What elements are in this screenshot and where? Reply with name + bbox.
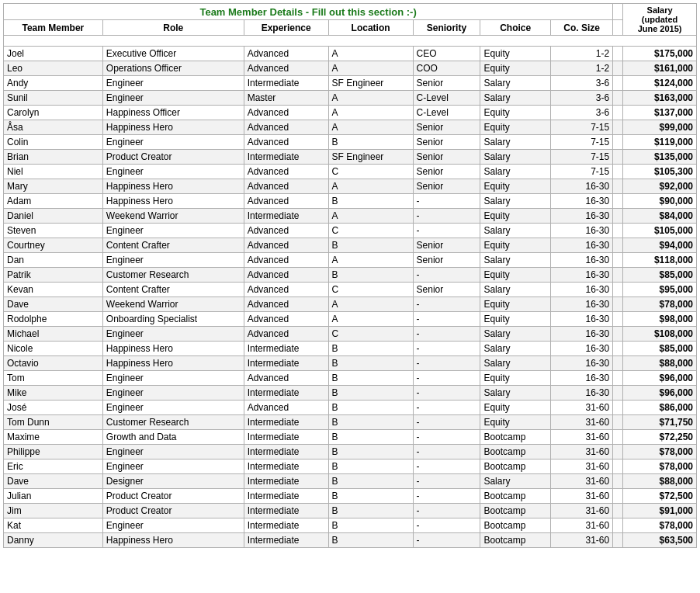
cell-0: Leo (4, 61, 103, 76)
empty-header-1 (613, 4, 623, 20)
cell-4: - (413, 312, 480, 327)
table-row: CourtneyContent CrafterAdvancedBSeniorEq… (4, 238, 697, 253)
cell-7 (613, 194, 623, 209)
cell-0: Brian (4, 150, 103, 165)
cell-1: Weekend Warrior (102, 297, 244, 312)
cell-8: $84,000 (623, 209, 697, 224)
cell-1: Happiness Hero (102, 533, 244, 548)
cell-2: Intermediate (244, 342, 328, 356)
cell-4: - (413, 415, 480, 430)
cell-0: Nicole (4, 342, 103, 356)
cell-7 (613, 459, 623, 474)
cell-3: B (328, 268, 413, 283)
cell-3: B (328, 518, 413, 533)
cell-4: - (413, 474, 480, 489)
cell-2: Intermediate (244, 415, 328, 430)
cell-0: José (4, 401, 103, 415)
cell-0: Tom (4, 371, 103, 386)
table-row: MaryHappiness HeroAdvancedASeniorEquity1… (4, 179, 697, 194)
cell-5: Bootcamp (480, 489, 551, 504)
cell-8: $98,000 (623, 312, 697, 327)
cell-8: $96,000 (623, 371, 697, 386)
cell-2: Advanced (244, 401, 328, 415)
cell-3: B (328, 415, 413, 430)
cell-1: Customer Research (102, 268, 244, 283)
cell-7 (613, 518, 623, 533)
cell-3: B (328, 194, 413, 209)
cell-7 (613, 327, 623, 342)
cell-0: Julian (4, 489, 103, 504)
cell-1: Engineer (102, 224, 244, 238)
cell-4: - (413, 401, 480, 415)
cell-7 (613, 504, 623, 518)
table-row: PhilippeEngineerIntermediateB-Bootcamp31… (4, 445, 697, 459)
table-row: Tom DunnCustomer ResearchIntermediateB-E… (4, 415, 697, 430)
cell-2: Advanced (244, 106, 328, 120)
cell-5: Equity (480, 371, 551, 386)
table-row: SunilEngineerMasterAC-LevelSalary3-6$163… (4, 91, 697, 106)
cell-8: $124,000 (623, 76, 697, 91)
cell-3: B (328, 430, 413, 445)
cell-5: Salary (480, 474, 551, 489)
cell-6: 31-60 (551, 518, 613, 533)
table-row: MikeEngineerIntermediateB-Salary16-30$96… (4, 386, 697, 401)
cell-2: Advanced (244, 238, 328, 253)
table-row: NielEngineerAdvancedCSeniorSalary7-15$10… (4, 165, 697, 179)
cell-4: - (413, 327, 480, 342)
cell-6: 3-6 (551, 76, 613, 91)
cell-1: Engineer (102, 445, 244, 459)
cell-7 (613, 209, 623, 224)
cell-3: A (328, 120, 413, 135)
cell-3: A (328, 253, 413, 268)
cell-8: $108,000 (623, 327, 697, 342)
col-role: Role (102, 20, 244, 36)
cell-6: 31-60 (551, 430, 613, 445)
cell-2: Advanced (244, 120, 328, 135)
cell-8: $99,000 (623, 120, 697, 135)
cell-5: Equity (480, 47, 551, 61)
cell-0: Mary (4, 179, 103, 194)
cell-0: Philippe (4, 445, 103, 459)
cell-8: $175,000 (623, 47, 697, 61)
cell-7 (613, 445, 623, 459)
cell-6: 16-30 (551, 356, 613, 371)
table-row: DaveDesignerIntermediateB-Salary31-60$88… (4, 474, 697, 489)
cell-0: Adam (4, 194, 103, 209)
table-row: TomEngineerAdvancedB-Equity16-30$96,000 (4, 371, 697, 386)
table-row: LeoOperations OfficerAdvancedACOOEquity1… (4, 61, 697, 76)
cell-5: Equity (480, 297, 551, 312)
col-cosize: Co. Size (551, 20, 613, 36)
cell-0: Courtney (4, 238, 103, 253)
table-row: KevanContent CrafterAdvancedCSeniorSalar… (4, 283, 697, 297)
cell-6: 31-60 (551, 489, 613, 504)
cell-8: $90,000 (623, 194, 697, 209)
col-team-member: Team Member (4, 20, 103, 36)
cell-8: $71,750 (623, 415, 697, 430)
cell-2: Advanced (244, 312, 328, 327)
cell-0: Patrik (4, 268, 103, 283)
cell-4: Senior (413, 76, 480, 91)
cell-0: Steven (4, 224, 103, 238)
cell-2: Intermediate (244, 459, 328, 474)
cell-5: Bootcamp (480, 445, 551, 459)
cell-3: C (328, 224, 413, 238)
table-row: BrianProduct CreatorIntermediateSF Engin… (4, 150, 697, 165)
cell-4: Senior (413, 150, 480, 165)
cell-6: 16-30 (551, 327, 613, 342)
cell-8: $119,000 (623, 135, 697, 150)
cell-6: 16-30 (551, 209, 613, 224)
cell-5: Bootcamp (480, 518, 551, 533)
cell-1: Engineer (102, 253, 244, 268)
cell-0: Sunil (4, 91, 103, 106)
cell-4: - (413, 518, 480, 533)
cell-7 (613, 283, 623, 297)
cell-8: $88,000 (623, 356, 697, 371)
cell-5: Equity (480, 209, 551, 224)
cell-1: Engineer (102, 518, 244, 533)
cell-0: Michael (4, 327, 103, 342)
cell-3: B (328, 356, 413, 371)
cell-5: Salary (480, 76, 551, 91)
cell-1: Customer Research (102, 415, 244, 430)
cell-5: Salary (480, 342, 551, 356)
cell-8: $78,000 (623, 518, 697, 533)
